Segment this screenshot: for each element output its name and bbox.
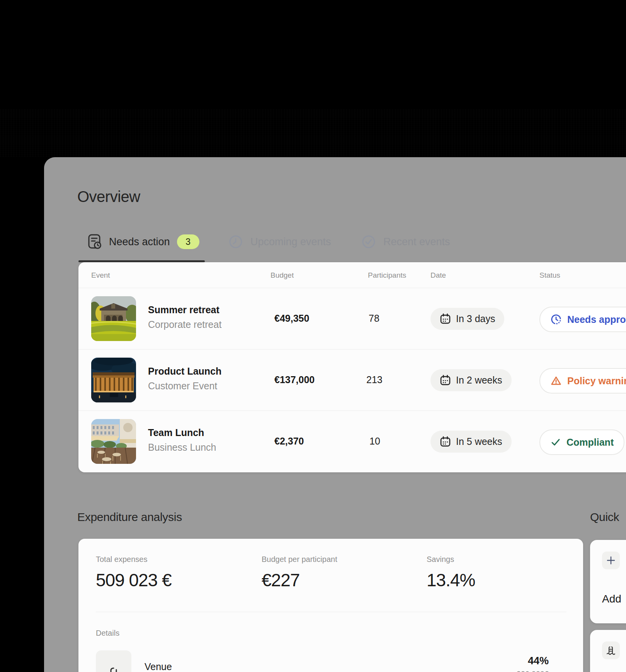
date-label: In 5 weeks (456, 436, 502, 447)
expenditure-heading: Expenditure analysis (77, 511, 182, 524)
background-texture (0, 109, 626, 157)
budget-value: €2,370 (274, 436, 304, 447)
table-row[interactable]: Product Launch Customer Event €137,000 2… (78, 350, 626, 411)
document-clock-icon (87, 234, 102, 250)
tab-label: Recent events (383, 236, 450, 248)
date-label: In 3 days (456, 313, 495, 324)
quick-actions-heading: Quick (590, 511, 619, 524)
details-heading: Details (96, 629, 119, 638)
stat-label: Savings (427, 555, 454, 564)
table-row[interactable]: Team Lunch Business Lunch €2,370 10 In 5… (78, 411, 626, 472)
check-icon (550, 437, 561, 448)
check-circle-icon (361, 234, 376, 249)
pending-clock-icon (550, 314, 562, 325)
stat-label: Budget per participant (262, 555, 337, 564)
status-badge-policy-warning: Policy warning (539, 368, 626, 394)
tab-upcoming-events[interactable]: Upcoming events (228, 232, 331, 251)
add-button[interactable] (602, 552, 620, 569)
participants-value: 78 (369, 313, 379, 324)
detail-percent: 44% (528, 655, 549, 667)
status-label: Compliant (566, 437, 614, 448)
detail-amount: 226 000€ (517, 670, 549, 672)
tab-label: Upcoming events (250, 236, 331, 248)
event-title: Summer retreat (148, 304, 219, 316)
screen: Overview Needs action 3 Upcoming events (0, 0, 626, 672)
column-header-status: Status (539, 271, 560, 280)
status-label: Policy warning (567, 375, 626, 387)
date-label: In 2 weeks (456, 375, 502, 386)
stat-value-savings: 13.4% (427, 570, 475, 591)
stats-divider (96, 612, 566, 612)
detail-row-venue[interactable]: Venue 44% 226 000€ (96, 650, 566, 672)
tab-label: Needs action (109, 236, 170, 248)
expenditure-card: Total expenses Budget per participant Sa… (78, 539, 583, 672)
event-subtitle: Corporate retreat (148, 319, 221, 330)
needs-action-count-badge: 3 (177, 234, 199, 249)
event-photo-summer-retreat (91, 296, 136, 341)
status-badge-needs-approval: Needs approval (539, 307, 626, 332)
status-label: Needs approval (567, 314, 626, 325)
column-header-participants: Participants (368, 271, 406, 280)
page-title: Overview (77, 188, 140, 205)
stat-value-total-expenses: 509 023 € (96, 570, 172, 591)
event-title: Product Launch (148, 366, 221, 377)
event-photo-product-launch (91, 358, 136, 402)
column-header-date: Date (430, 271, 446, 280)
column-header-event: Event (91, 271, 110, 280)
quick-action-add-card[interactable]: Add (590, 540, 626, 623)
participants-value: 10 (369, 436, 380, 447)
add-label: Add (602, 593, 621, 605)
event-subtitle: Business Lunch (148, 442, 216, 453)
event-photo-team-lunch (91, 419, 136, 464)
calendar-icon (440, 436, 451, 447)
stat-value-budget-per-participant: €227 (262, 570, 299, 591)
pool-action-button[interactable] (602, 641, 620, 659)
tab-recent-events[interactable]: Recent events (361, 232, 450, 251)
quick-action-pool-card[interactable] (590, 630, 626, 672)
event-title: Team Lunch (148, 427, 204, 438)
column-header-budget: Budget (270, 271, 294, 280)
pool-ladder-icon (606, 645, 616, 655)
date-chip: In 3 days (430, 308, 504, 330)
venue-icon-box (96, 650, 131, 672)
calendar-icon (440, 375, 451, 386)
clock-icon (228, 234, 243, 249)
plus-icon (606, 556, 616, 565)
budget-value: €49,350 (274, 313, 309, 324)
venue-ladder-icon (107, 667, 120, 672)
detail-label: Venue (145, 661, 172, 672)
date-chip: In 2 weeks (430, 369, 512, 391)
table-row[interactable]: Summer retreat Corporate retreat €49,350… (78, 288, 626, 349)
calendar-icon (440, 313, 451, 324)
budget-value: €137,000 (274, 374, 315, 385)
date-chip: In 5 weeks (430, 431, 512, 453)
status-badge-compliant: Compliant (539, 429, 624, 455)
active-tab-underline (78, 260, 205, 262)
stat-label: Total expenses (96, 555, 147, 564)
participants-value: 213 (366, 374, 383, 385)
warning-triangle-icon (550, 375, 562, 387)
event-subtitle: Customer Event (148, 380, 217, 392)
tab-needs-action[interactable]: Needs action 3 (87, 232, 199, 251)
